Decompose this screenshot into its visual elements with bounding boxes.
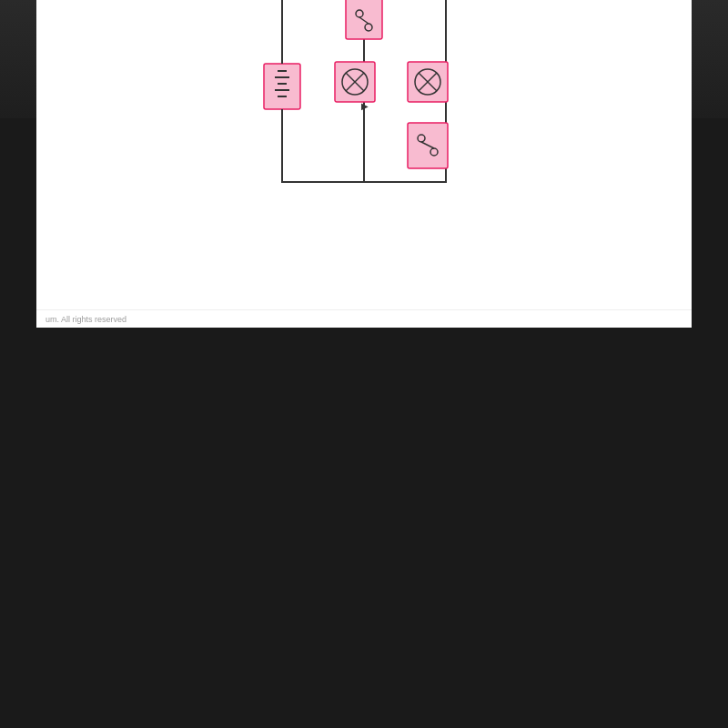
app-footer: um. All rights reserved [36, 309, 692, 328]
svg-rect-10 [346, 0, 382, 39]
laptop-top-bezel: E tery Test × W weeklyfitnesslog-1.docx … [0, 0, 728, 118]
screen: E tery Test × W weeklyfitnesslog-1.docx … [36, 0, 692, 328]
svg-text:▶: ▶ [361, 101, 369, 111]
circuit-diagram: ▶ [228, 0, 500, 218]
circuit-diagram-container: ▶ [51, 0, 677, 228]
question-area: Leonard designed a parallel circuit to l… [36, 0, 692, 240]
footer-text: um. All rights reserved [46, 315, 126, 324]
